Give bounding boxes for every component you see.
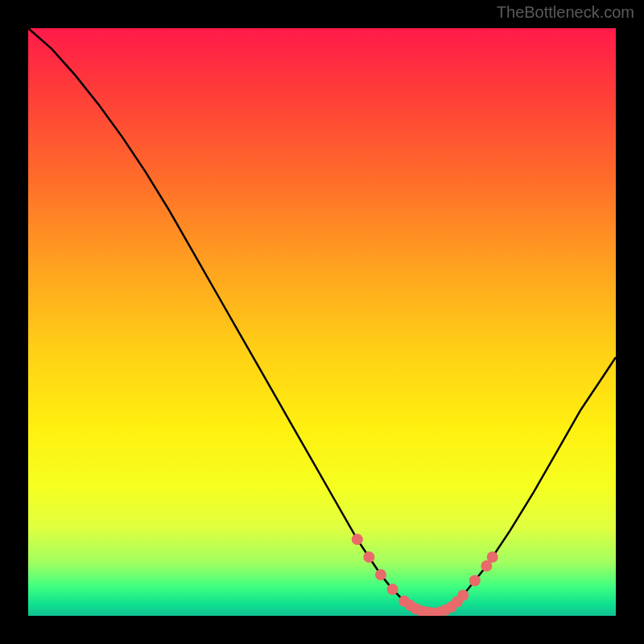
chart-gradient-background — [28, 28, 616, 616]
watermark-text: TheBottleneck.com — [497, 3, 634, 22]
